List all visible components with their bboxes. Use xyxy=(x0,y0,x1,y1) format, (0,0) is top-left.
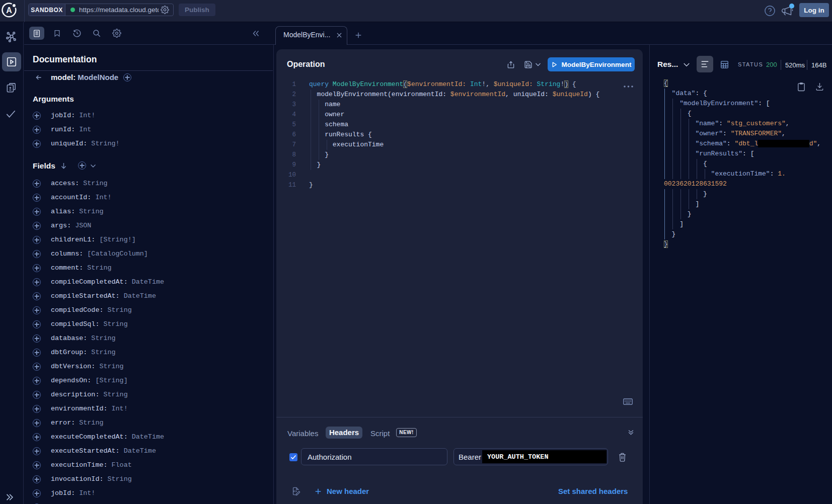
svg-text:A: A xyxy=(6,6,12,15)
